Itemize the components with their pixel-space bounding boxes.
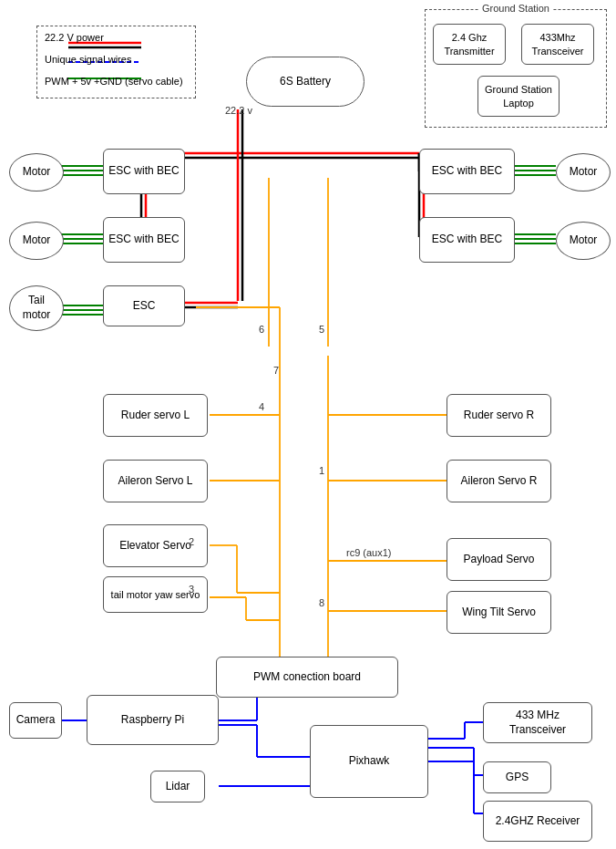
aileron-servo-l: Aileron Servo L — [103, 460, 208, 502]
battery-box: 6S Battery — [246, 57, 364, 107]
diagram: 22.2 V power Unique signal wires PWM + 5… — [0, 0, 616, 849]
wire-1-label: 1 — [319, 465, 324, 476]
battery-label: 6S Battery — [280, 75, 331, 89]
signal-legend-label: Unique signal wires — [45, 54, 188, 65]
wire-6-label: 6 — [259, 324, 264, 335]
ruder-servo-r: Ruder servo R — [447, 394, 551, 437]
esc-bec-3: ESC with BEC — [419, 149, 515, 194]
legend-box: 22.2 V power Unique signal wires PWM + 5… — [36, 26, 196, 98]
esc-bec-1: ESC with BEC — [103, 149, 185, 194]
motor-tl: Motor — [9, 153, 64, 192]
receiver-24-box: 2.4GHZ Receiver — [483, 801, 592, 842]
gs-transceiver-box: 433Mhz Transceiver — [521, 24, 594, 65]
transceiver-433-box: 433 MHz Transceiver — [483, 702, 592, 743]
lidar-box: Lidar — [150, 771, 205, 802]
ruder-servo-l: Ruder servo L — [103, 394, 208, 437]
ground-station-title: Ground Station — [478, 3, 553, 14]
ground-station-box: Ground Station 2.4 Ghz Transmitter 433Mh… — [425, 9, 607, 128]
wire-4-label: 4 — [259, 401, 264, 412]
wire-3-label: 3 — [189, 584, 194, 595]
gps-box: GPS — [483, 761, 551, 793]
motor-br: Motor — [556, 222, 611, 260]
payload-servo: Payload Servo — [447, 538, 551, 581]
wire-8-label: 8 — [319, 597, 324, 608]
aileron-servo-r: Aileron Servo R — [447, 460, 551, 502]
tail-motor: Tail motor — [9, 285, 64, 331]
wire-7-label: 7 — [273, 365, 279, 376]
wing-tilt-servo: Wing Tilt Servo — [447, 591, 551, 634]
pixhawk-box: Pixhawk — [310, 725, 428, 798]
transmitter-box: 2.4 Ghz Transmitter — [433, 24, 506, 65]
esc-bec-4: ESC with BEC — [419, 217, 515, 263]
raspberry-pi-box: Raspberry Pi — [87, 695, 219, 745]
pwm-legend-label: PWM + 5v +GND (servo cable) — [45, 76, 188, 87]
power-legend-label: 22.2 V power — [45, 32, 188, 43]
esc-tail: ESC — [103, 285, 185, 326]
wire-2-label: 2 — [189, 536, 194, 547]
laptop-box: Ground Station Laptop — [477, 76, 560, 117]
pwm-board: PWM conection board — [216, 657, 398, 698]
esc-bec-2: ESC with BEC — [103, 217, 185, 263]
motor-bl: Motor — [9, 222, 64, 260]
tail-yaw-servo: tail motor yaw servo — [103, 576, 208, 613]
wire-rc9-label: rc9 (aux1) — [346, 547, 392, 558]
camera-box: Camera — [9, 702, 62, 739]
voltage-label: 22.2 v — [225, 105, 252, 116]
motor-tr: Motor — [556, 153, 611, 192]
wire-5-label: 5 — [319, 324, 324, 335]
